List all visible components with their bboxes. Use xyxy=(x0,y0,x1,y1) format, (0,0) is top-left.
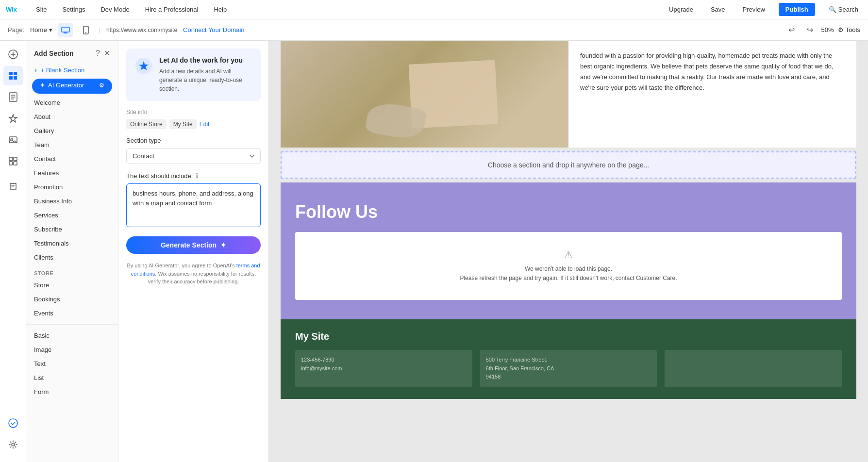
footer-col-3 xyxy=(665,350,842,387)
nav-settings[interactable]: Settings xyxy=(59,4,88,15)
section-nav-list: Add Section ? ✕ + + Blank Section ✦ AI G… xyxy=(26,41,118,462)
section-item-about[interactable]: About xyxy=(26,110,118,124)
about-text-column: founded with a passion for providing hig… xyxy=(568,41,856,148)
section-item-features[interactable]: Features xyxy=(26,166,118,180)
help-icon[interactable]: ? xyxy=(96,49,100,58)
site-info-edit-button[interactable]: Edit xyxy=(200,121,210,128)
ai-assistant-icon-btn[interactable] xyxy=(3,413,23,433)
svg-point-3 xyxy=(85,32,86,33)
nav-site[interactable]: Site xyxy=(33,4,50,15)
svg-rect-12 xyxy=(9,157,13,161)
info-icon[interactable]: ℹ xyxy=(196,172,198,180)
follow-section: Follow Us ⚠ We weren't able to load this… xyxy=(281,182,856,399)
site-tag-online-store: Online Store xyxy=(126,119,167,129)
ai-star-decoration xyxy=(134,56,153,76)
site-design-icon-btn[interactable] xyxy=(3,109,23,128)
about-image-visual xyxy=(281,41,568,148)
blank-section-button[interactable]: + + Blank Section xyxy=(26,64,118,77)
section-item-gallery[interactable]: Gallery xyxy=(26,124,118,138)
section-item-image[interactable]: Image xyxy=(26,343,118,357)
section-item-events[interactable]: Events xyxy=(26,306,118,320)
svg-text:Wix: Wix xyxy=(6,6,17,13)
top-navigation: Wix Site Settings Dev Mode Hire a Profes… xyxy=(0,0,868,19)
tools-icon: ⚙ xyxy=(838,26,844,33)
media-icon-btn[interactable] xyxy=(3,130,23,149)
page-label: Page: xyxy=(8,26,24,33)
section-item-team[interactable]: Team xyxy=(26,138,118,152)
svg-rect-5 xyxy=(9,72,13,75)
svg-rect-15 xyxy=(14,162,17,165)
section-item-business-info[interactable]: Business Info xyxy=(26,194,118,208)
ai-settings-icon: ⚙ xyxy=(99,82,104,89)
desktop-view-button[interactable] xyxy=(58,23,73,37)
section-item-basic[interactable]: Basic xyxy=(26,329,118,343)
zoom-level: 50% xyxy=(821,26,834,33)
section-item-bookings[interactable]: Bookings xyxy=(26,292,118,306)
undo-button[interactable]: ↩ xyxy=(785,23,799,37)
pages-icon-btn[interactable] xyxy=(3,87,23,107)
section-item-text[interactable]: Text xyxy=(26,357,118,371)
section-item-list[interactable]: List xyxy=(26,371,118,385)
connect-domain-link[interactable]: Connect Your Domain xyxy=(183,26,244,33)
add-section-panel: Add Section ? ✕ + + Blank Section ✦ AI G… xyxy=(26,41,269,462)
svg-rect-8 xyxy=(14,76,17,80)
search-icon: 🔍 xyxy=(829,6,836,13)
section-item-services[interactable]: Services xyxy=(26,208,118,222)
upgrade-button[interactable]: Upgrade xyxy=(665,4,697,15)
section-item-welcome[interactable]: Welcome xyxy=(26,96,118,110)
nav-help[interactable]: Help xyxy=(211,4,230,15)
footer-section: My Site 123-456-7890 info@mysite.com 500… xyxy=(281,319,856,399)
preview-button[interactable]: Preview xyxy=(739,4,769,15)
page-name-button[interactable]: Home ▾ xyxy=(30,26,52,33)
tools-button[interactable]: ⚙ Tools xyxy=(838,26,860,33)
section-item-subscribe[interactable]: Subscribe xyxy=(26,222,118,236)
redo-button[interactable]: ↪ xyxy=(803,23,818,37)
apps-icon-btn[interactable] xyxy=(3,151,23,171)
main-area: Add Section ? ✕ + + Blank Section ✦ AI G… xyxy=(0,41,868,462)
section-item-contact[interactable]: Contact xyxy=(26,152,118,166)
ai-intro-card: Let AI do the work for you Add a few det… xyxy=(126,49,261,101)
save-button[interactable]: Save xyxy=(707,4,729,15)
publish-button[interactable]: Publish xyxy=(779,3,815,16)
section-item-testimonials[interactable]: Testimonials xyxy=(26,236,118,250)
generate-section-button[interactable]: Generate Section ✦ xyxy=(126,236,261,254)
add-section-icon-btn[interactable] xyxy=(3,45,23,64)
footer-columns: 123-456-7890 info@mysite.com 500 Terry F… xyxy=(295,350,842,387)
ai-intro-text: Let AI do the work for you Add a few det… xyxy=(159,56,253,93)
sidebar-icons xyxy=(0,41,26,462)
canvas-area: founded with a passion for providing hig… xyxy=(269,41,868,462)
nav-devmode[interactable]: Dev Mode xyxy=(98,4,132,15)
canvas-content: founded with a passion for providing hig… xyxy=(281,41,856,148)
section-item-promotion[interactable]: Promotion xyxy=(26,180,118,194)
embed-error-icon: ⚠ xyxy=(564,249,573,261)
about-section: founded with a passion for providing hig… xyxy=(281,41,856,148)
settings-icon-btn[interactable] xyxy=(3,435,23,454)
drop-zone-text: Choose a section and drop it anywhere on… xyxy=(488,161,649,169)
section-item-form[interactable]: Form xyxy=(26,385,118,399)
close-icon[interactable]: ✕ xyxy=(104,49,110,58)
add-elements-icon-btn[interactable] xyxy=(3,66,23,85)
section-type-label: Section type xyxy=(126,137,161,144)
section-item-clients[interactable]: Clients xyxy=(26,250,118,264)
follow-embed-area: ⚠ We weren't able to load this page. Ple… xyxy=(295,232,842,300)
text-include-textarea[interactable]: business hours, phone, and address, alon… xyxy=(126,183,261,227)
url-display: https://www.wix.com/mysite xyxy=(106,27,177,33)
sparkle-icon: ✦ xyxy=(220,241,226,249)
ai-generator-panel: Let AI do the work for you Add a few det… xyxy=(118,41,268,462)
follow-title: Follow Us xyxy=(295,202,842,222)
site-tag-my-site: My Site xyxy=(169,119,197,129)
section-item-store[interactable]: Store xyxy=(26,278,118,292)
nav-hire-professional[interactable]: Hire a Professional xyxy=(142,4,201,15)
search-button[interactable]: 🔍 Search xyxy=(825,4,862,15)
ai-generator-button[interactable]: ✦ AI Generator ⚙ xyxy=(32,79,112,94)
chevron-down-icon: ▾ xyxy=(49,26,52,33)
section-type-group: Section type Contact About Gallery Team … xyxy=(126,137,261,164)
blog-icon-btn[interactable] xyxy=(3,177,23,196)
mobile-view-button[interactable] xyxy=(79,23,93,37)
section-type-select[interactable]: Contact About Gallery Team Features Serv… xyxy=(126,148,261,164)
terms-link[interactable]: terms and conditions xyxy=(131,263,260,277)
ai-star-icon: ✦ xyxy=(40,82,45,89)
drop-zone[interactable]: Choose a section and drop it anywhere on… xyxy=(281,151,856,179)
svg-rect-6 xyxy=(14,72,17,75)
secondary-toolbar: Page: Home ▾ | https://www.wix.com/mysit… xyxy=(0,19,868,41)
